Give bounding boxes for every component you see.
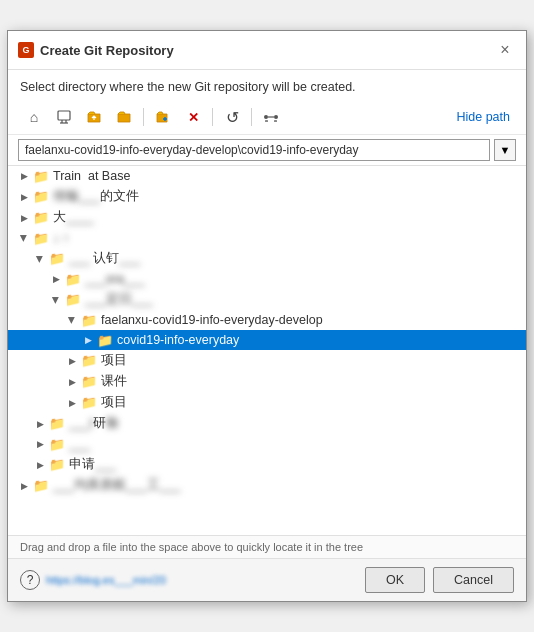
tree-row[interactable]: ▶ 📁 ___t研验	[8, 413, 526, 434]
tree-item-label: faelanxu-covid19-info-everyday-develop	[101, 313, 323, 327]
folder-icon: 📁	[32, 211, 50, 225]
title-bar-left: G Create Git Repository	[18, 42, 174, 58]
tree-item-label: ___ 认钉___	[69, 250, 140, 267]
close-button[interactable]: ×	[494, 39, 516, 61]
path-bar: ▼	[8, 135, 526, 166]
chevron-icon: ▶	[64, 312, 80, 328]
folder-icon: 📁	[80, 396, 98, 410]
folder-icon: 📁	[32, 190, 50, 204]
folder-icon: 📁	[32, 479, 50, 493]
svg-point-4	[264, 115, 268, 119]
footer-link: https://blog.es___min/20	[46, 574, 166, 586]
folder-icon: 📁	[32, 169, 50, 183]
connect-button[interactable]	[257, 104, 285, 130]
tree-item-label: ↓ ↑	[53, 231, 69, 245]
ok-button[interactable]: OK	[365, 567, 425, 593]
tree-item-label: covid19-info-everyday	[117, 333, 239, 347]
chevron-icon: ▶	[32, 416, 48, 432]
chevron-icon: ▶	[48, 292, 64, 308]
tree-item-label: Train at Base	[53, 169, 130, 183]
chevron-icon: ▶	[16, 168, 32, 184]
svg-rect-6	[265, 120, 268, 122]
tree-item-label: 申请___	[69, 456, 116, 473]
folder-icon: 📁	[96, 333, 114, 347]
footer-left: ? https://blog.es___min/20	[20, 570, 166, 590]
chevron-icon: ▶	[48, 271, 64, 287]
desktop-button[interactable]	[50, 104, 78, 130]
chevron-icon: ▶	[16, 478, 32, 494]
chevron-icon: ▶	[16, 230, 32, 246]
folder-icon: 📁	[80, 375, 98, 389]
tree-row[interactable]: ▶ 📁 Train at Base	[8, 166, 526, 186]
tree-item-label: 传输___的文件	[53, 188, 139, 205]
tree-row[interactable]: ▶ 📁 ↓ ↑	[8, 228, 526, 248]
chevron-icon: ▶	[64, 353, 80, 369]
footer: ? https://blog.es___min/20 OK Cancel	[8, 559, 526, 601]
tree-row[interactable]: ▶ 📁 ___定日___	[8, 289, 526, 310]
dialog-title: Create Git Repository	[40, 43, 174, 58]
toolbar: ⌂	[8, 100, 526, 135]
drag-hint: Drag and drop a file into the space abov…	[8, 536, 526, 559]
chevron-icon: ▶	[32, 251, 48, 267]
toolbar-separator-2	[212, 108, 213, 126]
tree-row[interactable]: ▶ 📁 faelanxu-covid19-info-everyday-devel…	[8, 310, 526, 330]
tree-row[interactable]: ▶ 📁 ___均库房权___工___	[8, 475, 526, 496]
new-folder-button[interactable]	[149, 104, 177, 130]
folder-icon: 📁	[48, 437, 66, 451]
home-button[interactable]: ⌂	[20, 104, 48, 130]
delete-button[interactable]: ✕	[179, 104, 207, 130]
tree-row[interactable]: ▶ 📁 ___	[8, 434, 526, 454]
tree-item-label: 课件	[101, 373, 127, 390]
toolbar-separator-1	[143, 108, 144, 126]
chevron-icon: ▶	[32, 457, 48, 473]
chevron-icon: ▶	[16, 189, 32, 205]
title-bar: G Create Git Repository ×	[8, 31, 526, 70]
folder-button[interactable]	[110, 104, 138, 130]
description-text: Select directory where the new Git repos…	[8, 70, 526, 100]
folder-icon: 📁	[80, 354, 98, 368]
tree-row[interactable]: ▶ 📁 项目	[8, 350, 526, 371]
folder-icon: 📁	[64, 293, 82, 307]
tree-row[interactable]: ▶ 📁 申请___	[8, 454, 526, 475]
chevron-icon: ▶	[80, 332, 96, 348]
dialog: G Create Git Repository × Select directo…	[7, 30, 527, 602]
file-tree: ▶ 📁 Train at Base ▶ 📁 传输___的文件 ▶ 📁 大____…	[8, 166, 526, 536]
chevron-icon: ▶	[64, 395, 80, 411]
svg-point-5	[274, 115, 278, 119]
tree-row[interactable]: ▶ 📁 项目	[8, 392, 526, 413]
tree-row[interactable]: ▶ 📁 大____	[8, 207, 526, 228]
svg-rect-0	[58, 111, 70, 120]
hide-path-button[interactable]: Hide path	[452, 108, 514, 126]
footer-buttons: OK Cancel	[365, 567, 514, 593]
folder-up-button[interactable]	[80, 104, 108, 130]
svg-rect-7	[274, 120, 277, 122]
folder-icon: 📁	[48, 417, 66, 431]
tree-item-label: ___t研验	[69, 415, 119, 432]
folder-icon: 📁	[80, 313, 98, 327]
chevron-icon: ▶	[32, 436, 48, 452]
tree-item-label: 项目	[101, 352, 127, 369]
help-button[interactable]: ?	[20, 570, 40, 590]
cancel-button[interactable]: Cancel	[433, 567, 514, 593]
tree-row[interactable]: ▶ 📁 ___ora___	[8, 269, 526, 289]
chevron-icon: ▶	[16, 210, 32, 226]
folder-icon: 📁	[32, 231, 50, 245]
tree-row[interactable]: ▶ 📁 课件	[8, 371, 526, 392]
tree-row[interactable]: ▶ 📁 传输___的文件	[8, 186, 526, 207]
tree-row[interactable]: ▶ 📁 ___ 认钉___	[8, 248, 526, 269]
tree-item-label: ___定日___	[85, 291, 153, 308]
tree-item-label: 项目	[101, 394, 127, 411]
git-icon: G	[18, 42, 34, 58]
tree-row-selected[interactable]: ▶ 📁 covid19-info-everyday	[8, 330, 526, 350]
folder-icon: 📁	[48, 458, 66, 472]
toolbar-separator-3	[251, 108, 252, 126]
tree-item-label: 大____	[53, 209, 94, 226]
path-input[interactable]	[18, 139, 490, 161]
tree-item-label: ___	[69, 437, 90, 451]
refresh-button[interactable]: ↺	[218, 104, 246, 130]
folder-icon: 📁	[48, 252, 66, 266]
folder-icon: 📁	[64, 272, 82, 286]
tree-item-label: ___ora___	[85, 272, 145, 286]
path-browse-button[interactable]: ▼	[494, 139, 516, 161]
tree-item-label: ___均库房权___工___	[53, 477, 181, 494]
